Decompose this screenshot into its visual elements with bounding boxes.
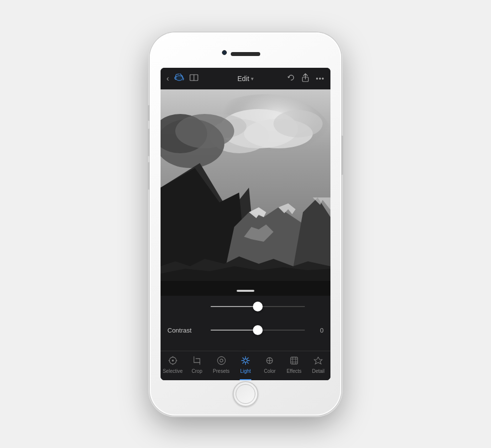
contrast-slider-row: Contrast 0 bbox=[161, 317, 330, 343]
home-button[interactable] bbox=[233, 381, 258, 407]
header-center: Edit ▾ bbox=[237, 75, 253, 83]
svg-rect-24 bbox=[161, 281, 330, 296]
svg-point-13 bbox=[175, 114, 234, 148]
light-label: Light bbox=[240, 368, 251, 374]
more-icon[interactable]: ••• bbox=[316, 75, 325, 83]
header-right: ••• bbox=[254, 73, 325, 84]
exposure-slider-row bbox=[161, 296, 330, 317]
detail-icon bbox=[313, 356, 323, 367]
svg-point-9 bbox=[273, 110, 323, 138]
volume-down-button[interactable] bbox=[148, 162, 150, 190]
svg-marker-50 bbox=[314, 357, 322, 364]
front-camera bbox=[222, 50, 227, 55]
svg-line-40 bbox=[247, 358, 248, 359]
edit-label: Edit bbox=[237, 75, 249, 83]
svg-point-31 bbox=[218, 357, 225, 364]
crop-icon bbox=[192, 356, 202, 367]
toolbar-detail[interactable]: Detail bbox=[306, 351, 330, 380]
effects-icon bbox=[289, 356, 299, 367]
effects-label: Effects bbox=[287, 368, 301, 374]
mute-button[interactable] bbox=[148, 105, 150, 121]
crop-label: Crop bbox=[191, 368, 202, 374]
undo-icon[interactable] bbox=[287, 74, 295, 84]
volume-up-button[interactable] bbox=[148, 129, 150, 156]
presets-label: Presets bbox=[213, 368, 230, 374]
color-label: Color bbox=[264, 368, 275, 374]
toolbar-color[interactable]: Color bbox=[258, 351, 282, 380]
phone-frame: ‹ bbox=[150, 32, 341, 416]
toolbar-presets[interactable]: Presets bbox=[209, 351, 233, 380]
selective-label: Selective bbox=[163, 368, 183, 374]
svg-point-33 bbox=[244, 359, 247, 363]
home-button-ring bbox=[236, 384, 255, 404]
svg-point-32 bbox=[220, 359, 223, 362]
svg-line-41 bbox=[243, 363, 244, 364]
svg-point-0 bbox=[176, 76, 183, 81]
svg-line-38 bbox=[243, 358, 244, 359]
top-speaker bbox=[231, 52, 260, 56]
power-button[interactable] bbox=[341, 136, 343, 175]
header-left: ‹ bbox=[166, 74, 237, 84]
photo-area bbox=[161, 89, 330, 296]
app-header: ‹ bbox=[161, 68, 330, 89]
color-icon bbox=[265, 356, 274, 367]
light-icon bbox=[241, 356, 250, 367]
detail-label: Detail bbox=[312, 368, 325, 374]
svg-rect-45 bbox=[291, 357, 298, 364]
toolbar-light[interactable]: Light bbox=[233, 351, 257, 380]
bottom-toolbar: Selective Crop bbox=[161, 351, 330, 380]
edit-dropdown[interactable]: Edit ▾ bbox=[237, 75, 253, 83]
drag-indicator[interactable] bbox=[237, 290, 254, 292]
svg-point-26 bbox=[172, 360, 174, 362]
toolbar-effects[interactable]: Effects bbox=[282, 351, 306, 380]
compare-icon[interactable] bbox=[190, 74, 198, 83]
contrast-value: 0 bbox=[309, 327, 324, 334]
adjustment-panel: Contrast 0 Highlights -26 bbox=[161, 296, 330, 380]
svg-line-39 bbox=[247, 363, 248, 364]
phone-shell: ‹ bbox=[150, 32, 341, 416]
toolbar-crop[interactable]: Crop bbox=[185, 351, 209, 380]
selective-icon bbox=[168, 356, 178, 367]
cloud-icon[interactable] bbox=[174, 74, 185, 84]
presets-icon bbox=[217, 356, 226, 367]
contrast-label: Contrast bbox=[167, 327, 207, 334]
back-icon[interactable]: ‹ bbox=[166, 74, 169, 83]
toolbar-selective[interactable]: Selective bbox=[161, 351, 185, 380]
active-indicator bbox=[240, 379, 251, 380]
app-screen: ‹ bbox=[161, 68, 330, 380]
share-icon[interactable] bbox=[302, 73, 309, 84]
